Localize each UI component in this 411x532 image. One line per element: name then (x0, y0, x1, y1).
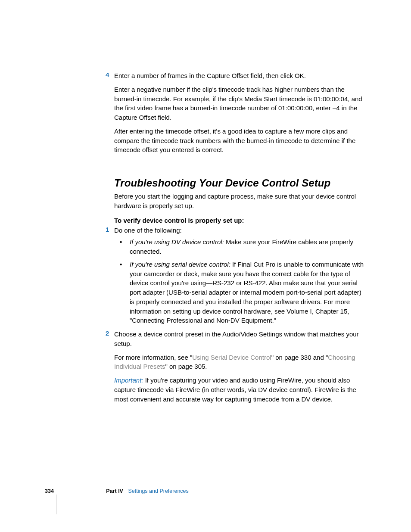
step-4-p2: After entering the timecode offset, it's… (114, 127, 364, 155)
important-text: If you're capturing your video and audio… (114, 376, 356, 403)
step-number: 2 (106, 330, 109, 337)
step-1: 1 Do one of the following: If you're usi… (114, 226, 364, 326)
bullet-dv: If you're using DV device control: Make … (124, 237, 364, 256)
page-number: 334 (45, 488, 54, 494)
step-2-text: Choose a device control preset in the Au… (114, 330, 364, 348)
page-footer: 334 Part IV Settings and Preferences (45, 488, 189, 494)
more-a: For more information, see " (114, 354, 192, 361)
page-content: 4 Enter a number of frames in the Captur… (114, 71, 364, 408)
footer-rule (56, 495, 56, 514)
bullet-serial: If you're using serial device control: I… (124, 260, 364, 325)
step-4-lead: Enter a number of frames in the Capture … (114, 71, 364, 81)
step-1-bullets: If you're using DV device control: Make … (124, 237, 364, 325)
verify-lead: To verify device control is properly set… (114, 217, 364, 224)
step-number: 4 (106, 71, 109, 78)
step-1-text: Do one of the following: (114, 226, 364, 235)
more-c: " on page 305. (165, 363, 207, 370)
part-title: Settings and Preferences (128, 488, 188, 494)
important-note: Important: If you're capturing your vide… (114, 376, 364, 404)
section-intro: Before you start the logging and capture… (114, 192, 364, 211)
bullet-serial-lead: If you're using serial device control: (130, 261, 232, 268)
link-serial-device-control[interactable]: Using Serial Device Control (192, 354, 271, 361)
step-2: 2 Choose a device control preset in the … (114, 330, 364, 371)
step-4: 4 Enter a number of frames in the Captur… (114, 71, 364, 155)
important-label: Important: (114, 376, 145, 384)
step-2-moreinfo: For more information, see "Using Serial … (114, 353, 364, 372)
more-b: " on page 330 and " (271, 354, 328, 361)
bullet-dv-lead: If you're using DV device control: (130, 238, 226, 246)
part-label: Part IV (106, 488, 123, 494)
step-4-p1: Enter a negative number if the clip's ti… (114, 85, 364, 122)
bullet-serial-rest: If Final Cut Pro is unable to communicat… (130, 261, 364, 324)
section-heading: Troubleshooting Your Device Control Setu… (114, 177, 364, 189)
step-number: 1 (106, 226, 109, 233)
